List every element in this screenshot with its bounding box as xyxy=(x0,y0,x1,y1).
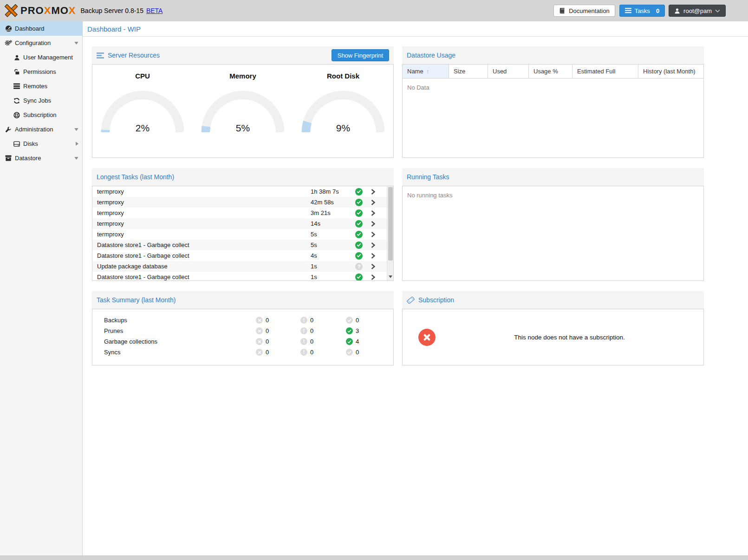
sync-refresh-icon xyxy=(13,97,20,104)
task-duration: 1s xyxy=(311,263,317,270)
sidebar-item-label: Subscription xyxy=(23,111,57,118)
task-summary-header: Task Summary (last Month) xyxy=(92,291,394,309)
tasks-button[interactable]: Tasks 0 xyxy=(619,5,665,17)
subscription-message: This node does not have a subscription. xyxy=(436,334,703,341)
error-count-icon xyxy=(256,349,263,356)
error-count: 0 xyxy=(266,338,269,345)
task-row: Datastore store1 - Garbage collect 4s xyxy=(92,250,393,261)
ok-count: 0 xyxy=(356,349,359,356)
task-open-chevron-icon[interactable] xyxy=(371,253,375,259)
summary-row-backups: Backups 0 !0 0 xyxy=(92,315,393,326)
documentation-label: Documentation xyxy=(569,7,609,14)
sidebar-item-configuration[interactable]: Configuration xyxy=(0,36,82,50)
sidebar-item-user-management[interactable]: User Management xyxy=(0,50,82,65)
sidebar-item-disks[interactable]: Disks xyxy=(0,137,82,151)
summary-row-syncs: Syncs 0 !0 0 xyxy=(92,347,393,358)
task-open-chevron-icon[interactable] xyxy=(371,264,375,269)
book-icon xyxy=(559,7,566,14)
ok-count-icon xyxy=(346,349,353,356)
scrollbar-thumb[interactable] xyxy=(388,187,393,260)
sidebar-item-datastore[interactable]: Datastore xyxy=(0,151,82,165)
sidebar-item-dashboard[interactable]: Dashboard xyxy=(0,21,82,36)
task-open-chevron-icon[interactable] xyxy=(371,232,375,237)
task-ok-status-icon xyxy=(355,188,363,195)
scrollbar-down-arrow-icon[interactable] xyxy=(387,274,394,280)
warning-count-icon: ! xyxy=(300,338,307,345)
remotes-icon xyxy=(13,83,20,90)
summary-label: Garbage collections xyxy=(104,338,157,345)
show-fingerprint-button[interactable]: Show Fingerprint xyxy=(332,49,389,61)
task-open-chevron-icon[interactable] xyxy=(371,274,375,280)
error-count-icon xyxy=(256,317,263,324)
sidebar-item-label: User Management xyxy=(23,54,73,61)
task-open-chevron-icon[interactable] xyxy=(371,210,375,216)
chevron-down-icon[interactable] xyxy=(74,42,78,45)
server-resources-title: Server Resources xyxy=(97,52,160,59)
task-summary-body: Backups 0 !0 0 Prunes 0 !0 3 Garbage xyxy=(92,309,394,365)
running-tasks-body: No running tasks xyxy=(402,186,704,281)
summary-label: Syncs xyxy=(104,349,120,356)
error-count-icon xyxy=(256,327,263,334)
sidebar-item-administration[interactable]: Administration xyxy=(0,122,82,137)
tasks-count-badge: 0 xyxy=(656,7,659,14)
hard-disk-icon xyxy=(13,140,20,148)
task-list-icon xyxy=(625,8,631,13)
task-open-chevron-icon[interactable] xyxy=(371,242,375,248)
column-header-history[interactable]: History (last Month) xyxy=(638,65,703,78)
running-tasks-panel: Running Tasks No running tasks xyxy=(402,168,704,281)
task-ok-status-icon xyxy=(355,252,363,260)
proxmox-x-logo-icon xyxy=(5,4,18,17)
life-ring-icon xyxy=(13,111,20,119)
server-resources-header: Server Resources Show Fingerprint xyxy=(92,46,394,64)
task-ok-status-icon xyxy=(355,241,363,249)
column-header-estimated-full[interactable]: Estimated Full xyxy=(572,65,638,78)
column-header-used[interactable]: Used xyxy=(488,65,529,78)
task-ok-status-icon xyxy=(355,231,363,238)
task-duration: 42m 58s xyxy=(311,199,334,206)
cpu-gauge: CPU 2% xyxy=(92,72,193,157)
memory-gauge: Memory 5% xyxy=(193,72,293,157)
sidebar-item-remotes[interactable]: Remotes xyxy=(0,79,82,93)
beta-link[interactable]: BETA xyxy=(146,7,163,14)
sidebar-item-label: Datastore xyxy=(15,155,41,162)
error-count: 0 xyxy=(266,327,269,334)
running-tasks-title: Running Tasks xyxy=(407,173,449,181)
documentation-button[interactable]: Documentation xyxy=(553,5,615,17)
page-title-bar: Dashboard - WIP xyxy=(83,21,748,37)
column-header-size[interactable]: Size xyxy=(449,65,488,78)
task-summary-panel: Task Summary (last Month) Backups 0 !0 0… xyxy=(92,291,394,365)
chevron-down-icon[interactable] xyxy=(74,157,78,160)
task-duration: 5s xyxy=(311,231,317,238)
error-count: 0 xyxy=(266,349,269,356)
tachometer-icon xyxy=(5,25,12,33)
longest-tasks-body: termproxy 1h 38m 7s termproxy 42m 58s xyxy=(92,186,394,281)
user-menu-button[interactable]: root@pam xyxy=(669,5,726,17)
sidebar: Dashboard Configuration User Management … xyxy=(0,21,83,555)
sidebar-item-subscription[interactable]: Subscription xyxy=(0,108,82,122)
task-open-chevron-icon[interactable] xyxy=(371,189,375,195)
column-header-usage-pct[interactable]: Usage % xyxy=(529,65,572,78)
running-tasks-header: Running Tasks xyxy=(402,168,704,186)
task-name: Datastore store1 - Garbage collect xyxy=(97,241,189,248)
subscription-header: Subscription xyxy=(402,291,704,309)
server-resources-icon xyxy=(97,52,104,59)
summary-label: Prunes xyxy=(104,327,123,334)
ticket-icon xyxy=(407,297,415,304)
datastore-usage-body: Name↑ Size Used Usage % Estimated Full H… xyxy=(402,64,704,158)
gauge-label: Root Disk xyxy=(327,72,359,80)
task-open-chevron-icon[interactable] xyxy=(371,221,375,227)
column-header-name[interactable]: Name↑ xyxy=(403,65,449,78)
task-name: Datastore store1 - Garbage collect xyxy=(97,252,189,259)
root-disk-gauge: Root Disk 9% xyxy=(293,72,393,157)
chevron-down-icon[interactable] xyxy=(74,128,78,131)
task-ok-status-icon xyxy=(355,220,363,228)
server-resources-panel: Server Resources Show Fingerprint CPU xyxy=(92,46,394,158)
vertical-scrollbar[interactable] xyxy=(387,186,393,280)
sidebar-item-sync-jobs[interactable]: Sync Jobs xyxy=(0,93,82,108)
summary-row-prunes: Prunes 0 !0 3 xyxy=(92,326,393,336)
task-open-chevron-icon[interactable] xyxy=(371,200,375,205)
dashboard-grid: Server Resources Show Fingerprint CPU xyxy=(83,37,748,365)
sidebar-item-permissions[interactable]: Permissions xyxy=(0,65,82,79)
sort-ascending-icon: ↑ xyxy=(426,68,429,75)
gauge-value: 2% xyxy=(99,123,186,134)
